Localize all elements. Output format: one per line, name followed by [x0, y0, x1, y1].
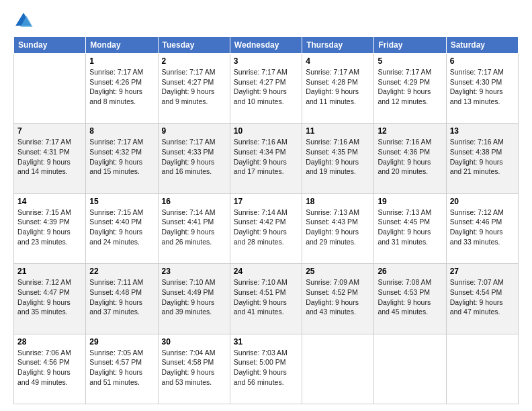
week-row-0: 1Sunrise: 7:17 AMSunset: 4:26 PMDaylight…: [14, 54, 519, 124]
day-number: 11: [306, 126, 370, 136]
day-number: 5: [378, 56, 442, 66]
day-info: Sunrise: 7:17 AMSunset: 4:31 PMDaylight:…: [17, 137, 82, 177]
day-cell: [302, 334, 374, 404]
logo-icon: [13, 11, 34, 31]
day-number: 27: [450, 267, 515, 276]
day-info: Sunrise: 7:04 AMSunset: 4:58 PMDaylight:…: [162, 348, 226, 387]
day-number: 10: [234, 126, 298, 136]
day-number: 3: [234, 56, 298, 66]
day-cell: 27Sunrise: 7:07 AMSunset: 4:54 PMDayligh…: [446, 264, 518, 334]
day-cell: 1Sunrise: 7:17 AMSunset: 4:26 PMDaylight…: [86, 54, 158, 124]
day-cell: [446, 334, 518, 404]
day-number: 30: [162, 337, 226, 347]
day-number: 12: [378, 126, 442, 136]
day-number: 22: [89, 267, 154, 276]
day-number: 14: [17, 197, 82, 206]
day-info: Sunrise: 7:16 AMSunset: 4:38 PMDaylight:…: [450, 137, 515, 177]
day-cell: 22Sunrise: 7:11 AMSunset: 4:48 PMDayligh…: [86, 264, 158, 334]
page: SundayMondayTuesdayWednesdayThursdayFrid…: [0, 0, 532, 411]
day-number: 18: [306, 197, 370, 206]
weekday-header-sunday: Sunday: [14, 37, 86, 54]
day-cell: 5Sunrise: 7:17 AMSunset: 4:29 PMDaylight…: [374, 54, 446, 124]
day-number: 1: [89, 56, 154, 66]
day-number: 19: [378, 197, 442, 206]
calendar-table: SundayMondayTuesdayWednesdayThursdayFrid…: [13, 36, 519, 404]
day-cell: 3Sunrise: 7:17 AMSunset: 4:27 PMDaylight…: [230, 54, 302, 124]
day-info: Sunrise: 7:09 AMSunset: 4:52 PMDaylight:…: [306, 277, 370, 317]
day-info: Sunrise: 7:15 AMSunset: 4:39 PMDaylight:…: [17, 208, 82, 247]
day-info: Sunrise: 7:12 AMSunset: 4:46 PMDaylight:…: [450, 208, 515, 247]
day-info: Sunrise: 7:10 AMSunset: 4:49 PMDaylight:…: [162, 277, 226, 317]
day-info: Sunrise: 7:12 AMSunset: 4:47 PMDaylight:…: [17, 277, 82, 317]
day-info: Sunrise: 7:13 AMSunset: 4:43 PMDaylight:…: [306, 208, 370, 247]
day-cell: 12Sunrise: 7:16 AMSunset: 4:36 PMDayligh…: [374, 124, 446, 193]
day-cell: 19Sunrise: 7:13 AMSunset: 4:45 PMDayligh…: [374, 193, 446, 263]
day-number: 31: [234, 337, 298, 347]
day-info: Sunrise: 7:08 AMSunset: 4:53 PMDaylight:…: [378, 277, 442, 317]
day-number: 6: [450, 56, 515, 66]
day-info: Sunrise: 7:17 AMSunset: 4:27 PMDaylight:…: [234, 67, 298, 107]
day-info: Sunrise: 7:15 AMSunset: 4:40 PMDaylight:…: [89, 208, 154, 247]
day-number: 24: [234, 267, 298, 276]
day-number: 29: [89, 337, 154, 347]
day-cell: 2Sunrise: 7:17 AMSunset: 4:27 PMDaylight…: [158, 54, 230, 124]
weekday-header-friday: Friday: [374, 37, 446, 54]
day-number: 9: [162, 126, 226, 136]
day-cell: 14Sunrise: 7:15 AMSunset: 4:39 PMDayligh…: [14, 193, 86, 263]
day-info: Sunrise: 7:11 AMSunset: 4:48 PMDaylight:…: [89, 277, 154, 317]
day-info: Sunrise: 7:17 AMSunset: 4:29 PMDaylight:…: [378, 67, 442, 107]
day-number: 16: [162, 197, 226, 206]
day-info: Sunrise: 7:17 AMSunset: 4:30 PMDaylight:…: [450, 67, 515, 107]
weekday-header-saturday: Saturday: [446, 37, 518, 54]
week-row-3: 21Sunrise: 7:12 AMSunset: 4:47 PMDayligh…: [14, 264, 519, 334]
day-cell: 4Sunrise: 7:17 AMSunset: 4:28 PMDaylight…: [302, 54, 374, 124]
weekday-header-thursday: Thursday: [302, 37, 374, 54]
day-info: Sunrise: 7:17 AMSunset: 4:33 PMDaylight:…: [162, 137, 226, 177]
day-cell: 10Sunrise: 7:16 AMSunset: 4:34 PMDayligh…: [230, 124, 302, 193]
day-info: Sunrise: 7:16 AMSunset: 4:35 PMDaylight:…: [306, 137, 370, 177]
day-info: Sunrise: 7:14 AMSunset: 4:42 PMDaylight:…: [234, 208, 298, 247]
day-info: Sunrise: 7:10 AMSunset: 4:51 PMDaylight:…: [234, 277, 298, 317]
day-number: 2: [162, 56, 226, 66]
day-number: 7: [17, 126, 82, 136]
day-cell: 11Sunrise: 7:16 AMSunset: 4:35 PMDayligh…: [302, 124, 374, 193]
day-number: 15: [89, 197, 154, 206]
day-cell: 18Sunrise: 7:13 AMSunset: 4:43 PMDayligh…: [302, 193, 374, 263]
day-cell: [374, 334, 446, 404]
day-info: Sunrise: 7:03 AMSunset: 5:00 PMDaylight:…: [234, 348, 298, 387]
weekday-header-monday: Monday: [86, 37, 158, 54]
day-cell: 17Sunrise: 7:14 AMSunset: 4:42 PMDayligh…: [230, 193, 302, 263]
week-row-4: 28Sunrise: 7:06 AMSunset: 4:56 PMDayligh…: [14, 334, 519, 404]
day-cell: 30Sunrise: 7:04 AMSunset: 4:58 PMDayligh…: [158, 334, 230, 404]
day-info: Sunrise: 7:17 AMSunset: 4:26 PMDaylight:…: [89, 67, 154, 107]
day-cell: [14, 54, 86, 124]
day-info: Sunrise: 7:07 AMSunset: 4:54 PMDaylight:…: [450, 277, 515, 317]
day-number: 28: [17, 337, 82, 347]
day-info: Sunrise: 7:16 AMSunset: 4:36 PMDaylight:…: [378, 137, 442, 177]
day-cell: 8Sunrise: 7:17 AMSunset: 4:32 PMDaylight…: [86, 124, 158, 193]
day-cell: 24Sunrise: 7:10 AMSunset: 4:51 PMDayligh…: [230, 264, 302, 334]
week-row-1: 7Sunrise: 7:17 AMSunset: 4:31 PMDaylight…: [14, 124, 519, 193]
day-info: Sunrise: 7:14 AMSunset: 4:41 PMDaylight:…: [162, 208, 226, 247]
day-number: 23: [162, 267, 226, 276]
day-cell: 6Sunrise: 7:17 AMSunset: 4:30 PMDaylight…: [446, 54, 518, 124]
day-cell: 20Sunrise: 7:12 AMSunset: 4:46 PMDayligh…: [446, 193, 518, 263]
day-cell: 13Sunrise: 7:16 AMSunset: 4:38 PMDayligh…: [446, 124, 518, 193]
day-cell: 31Sunrise: 7:03 AMSunset: 5:00 PMDayligh…: [230, 334, 302, 404]
day-number: 25: [306, 267, 370, 276]
day-cell: 21Sunrise: 7:12 AMSunset: 4:47 PMDayligh…: [14, 264, 86, 334]
week-row-2: 14Sunrise: 7:15 AMSunset: 4:39 PMDayligh…: [14, 193, 519, 263]
day-number: 21: [17, 267, 82, 276]
day-info: Sunrise: 7:13 AMSunset: 4:45 PMDaylight:…: [378, 208, 442, 247]
day-cell: 25Sunrise: 7:09 AMSunset: 4:52 PMDayligh…: [302, 264, 374, 334]
day-cell: 16Sunrise: 7:14 AMSunset: 4:41 PMDayligh…: [158, 193, 230, 263]
day-info: Sunrise: 7:17 AMSunset: 4:32 PMDaylight:…: [89, 137, 154, 177]
day-number: 4: [306, 56, 370, 66]
day-cell: 9Sunrise: 7:17 AMSunset: 4:33 PMDaylight…: [158, 124, 230, 193]
weekday-header-tuesday: Tuesday: [158, 37, 230, 54]
day-cell: 26Sunrise: 7:08 AMSunset: 4:53 PMDayligh…: [374, 264, 446, 334]
day-number: 26: [378, 267, 442, 276]
day-info: Sunrise: 7:17 AMSunset: 4:27 PMDaylight:…: [162, 67, 226, 107]
day-number: 17: [234, 197, 298, 206]
day-info: Sunrise: 7:16 AMSunset: 4:34 PMDaylight:…: [234, 137, 298, 177]
